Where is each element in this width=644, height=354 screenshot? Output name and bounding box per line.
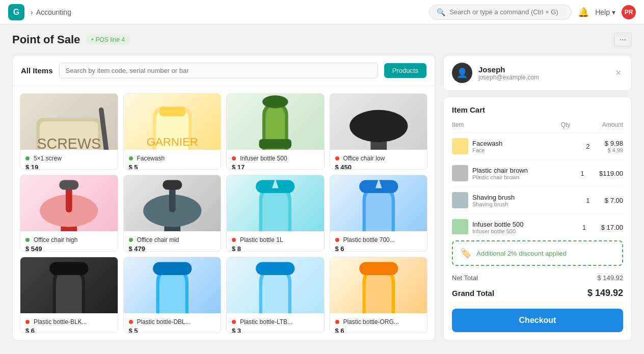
product-name: Plastic bottle-DBL... [137, 318, 190, 325]
cart-item-price-main: $ 9.98 [605, 140, 623, 147]
svg-rect-47 [159, 268, 185, 313]
product-status-dot [25, 156, 30, 160]
products-tab[interactable]: Products [384, 63, 426, 78]
search-bar[interactable]: 🔍 [429, 5, 572, 20]
cart-item-sub: Shaving brush [472, 201, 571, 207]
product-card[interactable]: Plastic bottle 700... $ 6 [330, 175, 428, 251]
cart-item-name: Infuser bottle 500 [472, 221, 568, 228]
all-items-title: All Items [21, 66, 53, 75]
product-card[interactable]: Plastic bottle-BLK... $ 6 [20, 257, 118, 333]
product-price: $ 17 [232, 164, 319, 170]
app-logo[interactable]: G [8, 4, 24, 20]
search-icon: 🔍 [437, 8, 445, 16]
product-status-dot [335, 320, 339, 324]
grand-total-value: $ 149.92 [587, 288, 623, 298]
cart-item-qty: 1 [572, 224, 597, 231]
product-card[interactable]: Infuser bottle 500 $ 17 [226, 93, 325, 170]
close-customer-button[interactable]: × [613, 66, 623, 80]
cart-item-qty: 1 [575, 197, 601, 204]
cart-item-thumbnail [452, 138, 468, 154]
product-name: Plastic bottle 1L [240, 236, 283, 243]
cart-item-qty: 1 [570, 170, 595, 177]
cart-item-price-main: $ 7.00 [605, 197, 623, 204]
discount-text: Additional 2% discount applied [476, 250, 567, 257]
product-status-dot [129, 156, 133, 160]
product-name: Office chair low [343, 155, 385, 162]
product-image [330, 94, 427, 150]
svg-rect-50 [262, 268, 288, 313]
cart-item-name: Facewash [472, 140, 571, 147]
svg-rect-54 [359, 262, 398, 275]
cart-item-price-main: $ 17.00 [601, 224, 623, 231]
product-status-dot [335, 238, 339, 242]
svg-text:SCREWS: SCREWS [37, 135, 101, 150]
user-avatar[interactable]: PR [622, 5, 636, 19]
product-price: $ 5 [129, 327, 216, 333]
product-status-dot [129, 320, 133, 324]
svg-rect-23 [59, 180, 78, 190]
svg-rect-7 [159, 106, 185, 116]
breadcrumb-accounting[interactable]: Accounting [36, 8, 71, 16]
product-card[interactable]: Plastic bottle-DBL... $ 5 [123, 257, 222, 333]
product-name: Office chair mid [137, 236, 179, 243]
product-name: Plastic bottle-BLK... [34, 318, 87, 325]
product-price: $ 479 [129, 245, 216, 251]
product-price: $ 19 [25, 164, 113, 170]
page-header: Point of Sale POS line 4 ··· [0, 24, 644, 55]
product-card[interactable]: Office chair mid $ 479 [123, 175, 222, 251]
svg-line-3 [101, 110, 110, 150]
cart-item-details: Facewash Face [472, 140, 571, 153]
svg-rect-10 [259, 139, 292, 149]
svg-rect-36 [262, 187, 288, 232]
checkout-button[interactable]: Checkout [452, 309, 623, 332]
products-grid: SCREWS 5×1 screw $ 19 GARNIER Facewash $… [13, 86, 435, 340]
net-total-label: Net Total [452, 274, 478, 282]
cart-item-price: $119.00 [599, 170, 623, 177]
product-status-dot [129, 238, 133, 242]
cart-item[interactable]: Facewash Face 2 $ 9.98 $ 4.99 [452, 133, 623, 160]
product-card[interactable]: GARNIER Facewash $ 5 [123, 93, 222, 170]
product-card[interactable]: Plastic bottle-ORG... $ 6 [330, 257, 428, 333]
product-card[interactable]: Plastic bottle 1L $ 8 [226, 175, 325, 251]
page-title: Point of Sale [12, 33, 80, 46]
pos-badge: POS line 4 [86, 35, 130, 44]
cart-item-sub: Plastic chair brown [472, 174, 566, 180]
product-card[interactable]: Office chair high $ 549 [20, 175, 118, 251]
svg-rect-45 [49, 262, 88, 275]
cart-title: Item Cart [452, 105, 623, 114]
svg-rect-32 [163, 180, 182, 190]
cart-item[interactable]: Shaving brush Shaving brush 1 $ 7.00 [452, 187, 623, 214]
product-name: Plastic bottle-LTB... [240, 318, 292, 325]
cart-item-thumbnail [452, 219, 468, 234]
product-price: $ 6 [25, 327, 113, 333]
cart-item[interactable]: Plastic chair brown Plastic chair brown … [452, 160, 623, 187]
more-options-button[interactable]: ··· [614, 33, 632, 47]
product-status-dot [232, 156, 236, 160]
product-image: SCREWS [20, 94, 118, 150]
product-status-dot [232, 238, 236, 242]
cart-item-details: Shaving brush Shaving brush [472, 194, 571, 207]
product-info: Plastic bottle-LTB... $ 3 [227, 313, 324, 333]
svg-rect-48 [153, 262, 192, 275]
product-image [227, 257, 324, 313]
cart-col-amount: Amount [582, 121, 623, 128]
cart-item-sub: Face [472, 147, 571, 153]
item-search-input[interactable] [59, 63, 378, 78]
cart-item-name: Plastic chair brown [472, 167, 566, 174]
product-status-dot [25, 320, 30, 324]
cart-item-name: Shaving brush [472, 194, 571, 201]
left-panel-header: All Items Products [13, 56, 435, 86]
breadcrumb-chevron: › [31, 8, 33, 16]
top-navigation: G › Accounting 🔍 🔔 Help ▾ PR [0, 0, 644, 24]
product-image [227, 94, 324, 150]
customer-card: 👤 Joseph joseph@example.com × [443, 55, 632, 91]
product-price: $ 5 [129, 164, 216, 170]
product-card[interactable]: Office chair low $ 450 [330, 93, 428, 170]
product-card[interactable]: SCREWS 5×1 screw $ 19 [20, 93, 118, 170]
product-image [20, 257, 118, 313]
cart-item[interactable]: Infuser bottle 500 Infuser bottle 500 1 … [452, 214, 623, 234]
notification-bell-icon[interactable]: 🔔 [578, 7, 589, 18]
help-button[interactable]: Help ▾ [595, 8, 615, 16]
product-card[interactable]: Plastic bottle-LTB... $ 3 [226, 257, 325, 333]
search-input[interactable] [449, 8, 564, 16]
